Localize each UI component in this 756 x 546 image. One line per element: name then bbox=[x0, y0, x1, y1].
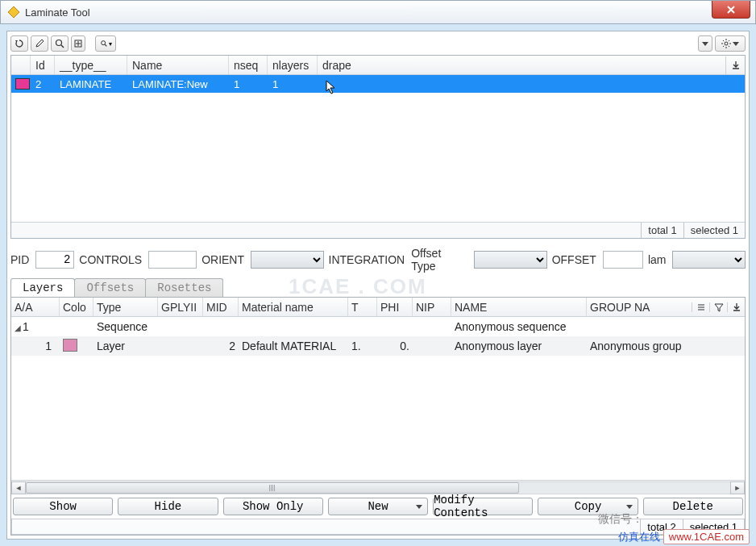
column-name[interactable]: Name bbox=[127, 56, 229, 74]
delete-button[interactable]: Delete bbox=[643, 498, 743, 515]
row-color-swatch bbox=[15, 78, 30, 90]
titlebar: Laminate Tool bbox=[0, 0, 756, 24]
orient-label: ORIENT bbox=[201, 253, 244, 266]
window-title: Laminate Tool bbox=[25, 6, 90, 19]
show-button[interactable]: Show bbox=[13, 498, 113, 515]
app-icon bbox=[7, 6, 20, 19]
cell-group: Anonymous group bbox=[587, 340, 745, 352]
lam-label: lam bbox=[648, 253, 667, 266]
expand-button[interactable] bbox=[71, 35, 85, 52]
new-button[interactable]: New bbox=[328, 498, 428, 515]
lam-select[interactable] bbox=[672, 251, 746, 269]
search-dropdown[interactable]: ▾ bbox=[95, 35, 116, 52]
col-gply[interactable]: GPLYII bbox=[158, 298, 203, 316]
cell-aa: 1 bbox=[23, 320, 29, 333]
column-nlayers[interactable]: nlayers bbox=[268, 56, 318, 74]
offset-type-select[interactable] bbox=[474, 251, 547, 269]
cell-type: Sequence bbox=[93, 320, 158, 333]
table-row[interactable]: 2 LAMINATE LAMINATE:New 1 1 bbox=[11, 75, 745, 93]
table-row[interactable]: ◢1 Sequence Anonymous sequence bbox=[11, 317, 745, 336]
settings-button[interactable] bbox=[715, 35, 746, 52]
tab-row: Layers Offsets Rosettes bbox=[10, 277, 746, 297]
orient-select[interactable] bbox=[251, 251, 324, 269]
controls-input[interactable] bbox=[148, 251, 197, 269]
list-icon bbox=[696, 302, 706, 312]
cell-aa: 1 bbox=[11, 340, 60, 352]
pid-input[interactable] bbox=[35, 251, 74, 269]
svg-line-3 bbox=[61, 45, 64, 48]
cell-nlayers: 1 bbox=[268, 78, 318, 90]
svg-line-14 bbox=[723, 40, 724, 41]
scroll-track[interactable] bbox=[26, 481, 730, 494]
watermark-wechat: 微信号： bbox=[598, 512, 643, 527]
col-mid[interactable]: MID bbox=[203, 298, 239, 316]
tab-rosettes[interactable]: Rosettes bbox=[145, 278, 223, 297]
col-material[interactable]: Material name bbox=[239, 298, 348, 316]
hide-button[interactable]: Hide bbox=[118, 498, 218, 515]
zoom-button[interactable] bbox=[51, 35, 69, 52]
show-only-button[interactable]: Show Only bbox=[223, 498, 323, 515]
svg-line-17 bbox=[729, 40, 729, 41]
refresh-button[interactable] bbox=[10, 35, 28, 52]
col-group[interactable]: GROUP NA bbox=[587, 298, 692, 316]
col-nip[interactable]: NIP bbox=[413, 298, 451, 316]
options-dropdown[interactable] bbox=[698, 35, 712, 52]
layers-table-header: A/A Colo Type GPLYII MID Material name T… bbox=[11, 298, 745, 317]
table-row[interactable]: 1 Layer 2 Default MATERIAL 1. 0. Anonymo… bbox=[11, 336, 745, 356]
pid-row: PID CONTROLS ORIENT INTEGRATION Offset T… bbox=[10, 247, 746, 273]
download-icon bbox=[731, 60, 741, 70]
controls-label: CONTROLS bbox=[79, 253, 142, 266]
laminate-table-body[interactable]: 2 LAMINATE LAMINATE:New 1 1 bbox=[11, 75, 745, 222]
svg-point-9 bbox=[725, 42, 728, 45]
scroll-right-button[interactable]: ► bbox=[730, 481, 745, 494]
toolbar: ▾ bbox=[10, 35, 746, 52]
cell-type: Layer bbox=[93, 340, 158, 352]
watermark-url: www.1CAE.com bbox=[663, 529, 750, 544]
layers-panel: A/A Colo Type GPLYII MID Material name T… bbox=[10, 297, 746, 536]
close-button[interactable] bbox=[712, 1, 750, 19]
horizontal-scrollbar[interactable]: ◄ ► bbox=[11, 480, 745, 494]
offset-type-label: Offset Type bbox=[411, 247, 467, 273]
col-name[interactable]: NAME bbox=[451, 298, 587, 316]
expand-icon bbox=[74, 40, 82, 48]
integration-label: INTEGRATION bbox=[329, 253, 405, 266]
svg-point-7 bbox=[101, 41, 105, 45]
cell-id: 2 bbox=[31, 78, 55, 90]
list-button[interactable] bbox=[692, 302, 709, 312]
pid-label: PID bbox=[10, 253, 29, 266]
scroll-thumb[interactable] bbox=[26, 482, 519, 494]
download-button[interactable] bbox=[725, 56, 745, 74]
download-button-2[interactable] bbox=[727, 302, 745, 312]
refresh-icon bbox=[15, 39, 24, 48]
col-t[interactable]: T bbox=[348, 298, 377, 316]
column-type[interactable]: __type__ bbox=[55, 56, 127, 74]
svg-marker-0 bbox=[8, 6, 19, 18]
collapse-icon[interactable]: ◢ bbox=[15, 323, 21, 332]
scroll-left-button[interactable]: ◄ bbox=[11, 481, 26, 494]
gear-icon bbox=[721, 39, 731, 48]
color-column[interactable] bbox=[11, 56, 31, 74]
cell-name: LAMINATE:New bbox=[127, 78, 229, 90]
tab-offsets[interactable]: Offsets bbox=[74, 278, 146, 297]
col-phi[interactable]: PHI bbox=[377, 298, 413, 316]
modify-contents-button[interactable]: Modify Contents bbox=[433, 498, 533, 515]
watermark-bottom: 仿真在线 www.1CAE.com bbox=[618, 529, 750, 544]
close-icon bbox=[726, 5, 736, 15]
tab-layers[interactable]: Layers bbox=[10, 278, 75, 297]
inner-panel: ▾ Id __type__ Name nseq nlayers drape 2 … bbox=[6, 31, 750, 540]
offset-input[interactable] bbox=[603, 251, 643, 269]
col-color[interactable]: Colo bbox=[60, 298, 93, 316]
status-total: total 1 bbox=[641, 223, 683, 238]
layers-table-body[interactable]: ◢1 Sequence Anonymous sequence 1 Layer 2… bbox=[11, 317, 745, 480]
col-aa[interactable]: A/A bbox=[11, 298, 60, 316]
cell-t: 1. bbox=[348, 340, 377, 352]
col-type[interactable]: Type bbox=[93, 298, 158, 316]
edit-button[interactable] bbox=[31, 35, 48, 52]
filter-button[interactable] bbox=[709, 302, 727, 312]
column-id[interactable]: Id bbox=[31, 56, 55, 74]
status-selected: selected 1 bbox=[683, 223, 745, 238]
cell-material: Default MATERIAL bbox=[239, 340, 348, 352]
cursor-icon bbox=[326, 80, 339, 96]
column-drape[interactable]: drape bbox=[318, 56, 361, 74]
column-nseq[interactable]: nseq bbox=[229, 56, 268, 74]
